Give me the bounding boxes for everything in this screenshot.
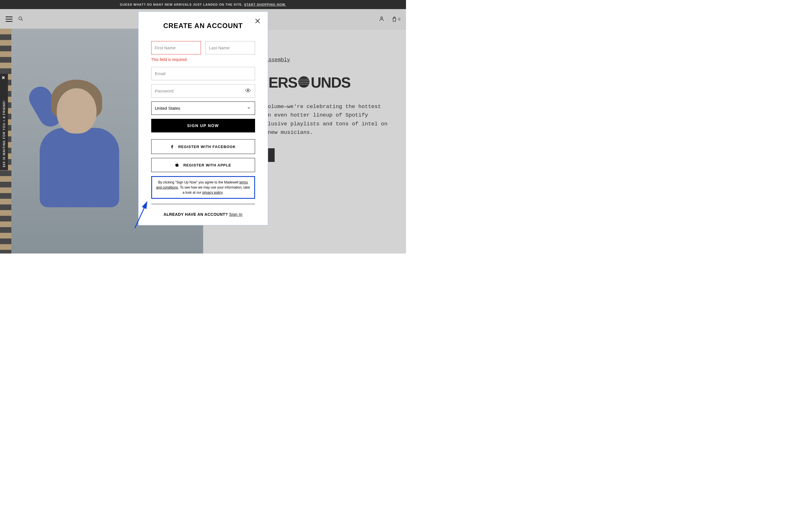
svg-point-10 [247,90,249,91]
first-name-field[interactable] [151,41,201,54]
country-select[interactable]: United States [151,102,255,115]
country-value: United States [155,106,180,111]
sign-in-link[interactable]: Sign In [229,212,242,217]
create-account-modal: CREATE AN ACCOUNT This field is required… [138,11,268,225]
show-password-icon[interactable] [245,87,251,95]
apple-button-label: REGISTER WITH APPLE [183,163,231,167]
already-have-account: ALREADY HAVE AN ACCOUNT? Sign In [151,212,255,217]
register-apple-button[interactable]: REGISTER WITH APPLE [151,158,255,172]
field-error-text: This field is required. [151,57,255,62]
password-field[interactable] [151,84,255,98]
sign-up-button[interactable]: SIGN UP NOW [151,119,255,132]
fb-button-label: REGISTER WITH FACEBOOK [178,145,236,149]
last-name-field[interactable] [205,41,255,54]
chevron-down-icon [247,106,251,111]
apple-icon [175,162,179,168]
close-icon[interactable] [255,18,261,25]
facebook-icon [170,144,174,150]
modal-title: CREATE AN ACCOUNT [139,12,268,41]
divider [151,204,255,204]
email-field[interactable] [151,67,255,80]
legal-disclaimer: By clicking "Sign Up Now" you agree to t… [151,176,255,199]
register-facebook-button[interactable]: REGISTER WITH FACEBOOK [151,139,255,154]
privacy-link[interactable]: privacy policy [202,190,222,194]
